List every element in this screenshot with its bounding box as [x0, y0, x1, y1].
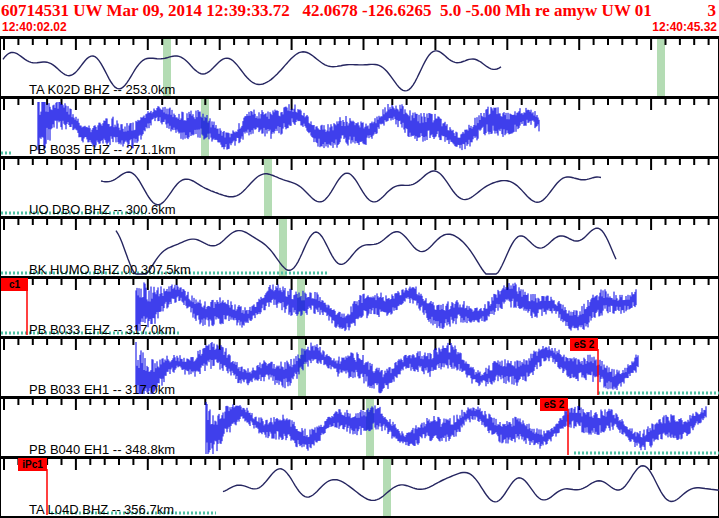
event-queue-count: 3	[708, 1, 717, 20]
pick-flag-pb-b040-eh1[interactable]: eS 2	[540, 398, 568, 411]
trace-panel-ta-l04d-bhz[interactable]: iPc1TA L04D BHZ -- 356.7km	[1, 456, 718, 516]
ruler-ticks	[4, 159, 709, 170]
event-title: 60714531 UW Mar 09, 2014 12:39:33.72 42.…	[1, 1, 652, 20]
trace-panel-bk-humo-bhz[interactable]: BK HUMO BHZ 00 307.5km	[1, 216, 718, 276]
station-label-pb-b033-eh1: PB B033 EH1 -- 317.0km	[29, 382, 175, 397]
station-label-pb-b033-ehz: PB B033 EHZ -- 317.0km	[29, 322, 176, 337]
pick-highlight-band	[657, 39, 665, 96]
trace-panel-pb-b035-ehz[interactable]: PB B035 EHZ -- 271.1km	[1, 96, 718, 156]
trace-panel-pb-b033-ehz[interactable]: c1PB B033 EHZ -- 317.0km	[1, 276, 718, 336]
seismogram-trace	[136, 342, 638, 394]
ruler-ticks	[4, 99, 709, 110]
pick-flag-ta-l04d-bhz[interactable]: iPc1	[18, 458, 47, 471]
pick-flag-pb-b033-ehz[interactable]: c1	[1, 278, 28, 291]
station-label-bk-humo-bhz: BK HUMO BHZ 00 307.5km	[29, 262, 191, 277]
station-label-pb-b035-ehz: PB B035 EHZ -- 271.1km	[29, 142, 176, 157]
seismogram-trace	[101, 171, 601, 205]
station-label-ta-l04d-bhz: TA L04D BHZ -- 356.7km	[29, 502, 174, 517]
seismogram-trace	[116, 228, 616, 274]
station-label-pb-b040-eh1: PB B040 EH1 -- 348.8km	[29, 442, 175, 457]
station-label-ta-k02d-bhz: TA K02D BHZ -- 253.0km	[29, 82, 175, 97]
seismogram-trace	[223, 466, 719, 502]
trace-panel-pb-b040-eh1[interactable]: eS 2PB B040 EH1 -- 348.8km	[1, 396, 718, 456]
ruler-ticks	[4, 279, 709, 290]
ruler-ticks	[4, 459, 709, 470]
trace-panel-pb-b033-eh1[interactable]: eS 2PB B033 EH1 -- 317.0km	[1, 336, 718, 396]
pick-highlight-band	[383, 459, 391, 516]
ruler-ticks	[4, 39, 709, 50]
pick-flag-pb-b033-eh1[interactable]: eS 2	[570, 338, 598, 351]
trace-panel-stack: TA K02D BHZ -- 253.0kmPB B035 EHZ -- 271…	[0, 36, 719, 516]
ruler-ticks	[4, 219, 709, 230]
window-start-time: 12:40:02.02	[2, 21, 67, 36]
seismogram-trace	[136, 282, 636, 331]
station-label-uo-dbo-bhz: UO DBO BHZ -- 300.6km	[29, 202, 176, 217]
seismic-waveform-viewer: 60714531 UW Mar 09, 2014 12:39:33.72 42.…	[0, 0, 719, 518]
pick-highlight-band	[264, 159, 272, 216]
ruler-ticks	[4, 399, 709, 410]
trace-panel-uo-dbo-bhz[interactable]: UO DBO BHZ -- 300.6km	[1, 156, 718, 216]
seismogram-trace	[206, 402, 706, 454]
event-header: 60714531 UW Mar 09, 2014 12:39:33.72 42.…	[0, 0, 719, 21]
window-end-time: 12:40:45.32	[652, 21, 717, 36]
time-axis-labels: 12:40:02.02 12:40:45.32	[0, 21, 719, 36]
ruler-ticks	[4, 339, 709, 350]
trace-panel-ta-k02d-bhz[interactable]: TA K02D BHZ -- 253.0km	[1, 36, 718, 96]
